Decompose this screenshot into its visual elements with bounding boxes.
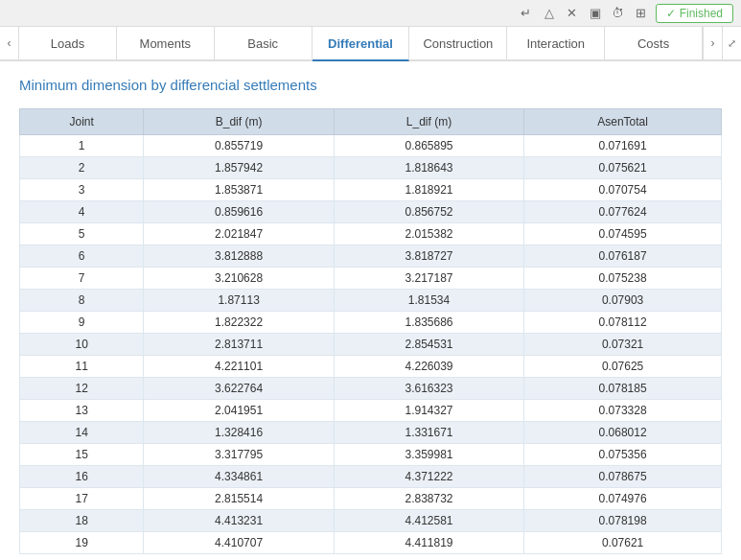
table-cell: 18 [20,510,144,532]
table-cell: 1.818643 [334,157,523,179]
table-row: 102.8137112.8545310.07321 [20,334,722,356]
col-ldif: L_dif (m) [334,109,523,135]
table-cell: 0.068012 [524,422,722,444]
table-cell: 1.331671 [334,422,523,444]
table-cell: 3.217187 [334,268,523,290]
table-cell: 0.07621 [524,532,722,554]
table-cell: 4.334861 [144,466,334,488]
table-cell: 14 [20,422,144,444]
table-cell: 4.413231 [144,510,334,532]
tab-bar: ‹ Loads Moments Basic Differential Const… [0,27,741,61]
table-cell: 9 [20,312,144,334]
table-cell: 1.87113 [144,290,334,312]
table-cell: 0.070754 [524,179,722,201]
table-cell: 0.078198 [524,510,722,532]
table-cell: 3.359981 [334,444,523,466]
table-cell: 0.855719 [144,135,334,157]
table-cell: 11 [20,356,144,378]
table-cell: 4.226039 [334,356,523,378]
table-cell: 3.812888 [144,245,334,268]
table-cell: 15 [20,444,144,466]
table-cell: 20 [20,554,144,555]
tab-scroll-left[interactable]: ‹ [0,26,19,60]
table-cell: 0.075238 [524,268,722,290]
table-cell: 3 [20,179,144,201]
table-row: 52.0218472.0153820.074595 [20,223,722,245]
table-cell: 8 [20,290,144,312]
table-cell: 1.328416 [144,422,334,444]
tab-differential[interactable]: Differential [313,27,410,61]
table-cell: 0.078185 [524,378,722,400]
enter-icon[interactable]: ↵ [518,5,535,22]
table-row: 40.8596160.8567520.077624 [20,201,722,223]
table-cell: 4.410707 [144,532,334,554]
main-content: Minimum dimension by differencial settle… [0,61,741,560]
table-cell: 0.073328 [524,400,722,422]
tab-costs[interactable]: Costs [605,26,703,60]
table-row: 21.8579421.8186430.075621 [20,157,722,179]
col-bdif: B_dif (m) [144,109,334,135]
table-cell: 3.622764 [144,378,334,400]
history-icon[interactable]: ⏱ [610,5,627,22]
warning-icon[interactable]: △ [541,5,558,22]
tab-basic[interactable]: Basic [215,26,313,60]
col-asentotal: AsenTotal [524,109,722,135]
save-icon[interactable]: ▣ [587,5,604,22]
table-row: 184.4132314.4125810.078198 [20,510,722,532]
col-joint: Joint [20,109,144,135]
table-cell: 3.210628 [144,268,334,290]
table-cell: 1.853871 [144,179,334,201]
data-table: Joint B_dif (m) L_dif (m) AsenTotal 10.8… [19,108,722,554]
table-cell: 2.646912 [334,554,523,555]
table-cell: 4 [20,201,144,223]
table-cell: 0.075356 [524,444,722,466]
table-cell: 5 [20,223,144,245]
table-cell: 1 [20,135,144,157]
table-cell: 0.073805 [524,554,722,555]
table-cell: 0.078112 [524,312,722,334]
table-cell: 12 [20,378,144,400]
table-row: 132.0419511.9143270.073328 [20,400,722,422]
table-cell: 0.071691 [524,135,722,157]
table-cell: 2.015382 [334,223,523,245]
finished-label: Finished [680,7,723,20]
table-cell: 10 [20,334,144,356]
tab-construction[interactable]: Construction [409,26,507,60]
table-row: 10.8557190.8658950.071691 [20,135,722,157]
tab-moments[interactable]: Moments [117,26,215,60]
close-icon[interactable]: ✕ [564,5,581,22]
table-header-row: Joint B_dif (m) L_dif (m) AsenTotal [20,109,722,135]
tab-loads[interactable]: Loads [19,26,117,60]
expand-icon[interactable]: ⤢ [722,26,741,60]
table-cell: 3.818727 [334,245,523,268]
table-row: 31.8538711.8189210.070754 [20,179,722,201]
table-row: 114.2211014.2260390.07625 [20,356,722,378]
table-row: 73.2106283.2171870.075238 [20,268,722,290]
grid-icon[interactable]: ⊞ [633,5,650,22]
table-cell: 0.075621 [524,157,722,179]
table-cell: 4.371222 [334,466,523,488]
table-row: 164.3348614.3712220.078675 [20,466,722,488]
table-container[interactable]: Joint B_dif (m) L_dif (m) AsenTotal 10.8… [19,108,722,554]
table-cell: 2.813711 [144,334,334,356]
toolbar: ↵ △ ✕ ▣ ⏱ ⊞ ✓ Finished [0,0,741,27]
table-row: 91.8223221.8356860.078112 [20,312,722,334]
table-cell: 7 [20,268,144,290]
table-cell: 1.822322 [144,312,334,334]
table-cell: 0.07625 [524,356,722,378]
table-row: 81.871131.815340.07903 [20,290,722,312]
table-row: 194.4107074.4118190.07621 [20,532,722,554]
check-icon: ✓ [666,7,676,20]
page-title: Minimum dimension by differencial settle… [19,77,722,93]
table-cell: 16 [20,466,144,488]
table-cell: 4.412581 [334,510,523,532]
tab-scroll-right[interactable]: › [703,26,722,60]
table-cell: 19 [20,532,144,554]
finished-button[interactable]: ✓ Finished [656,4,733,23]
table-cell: 1.914327 [334,400,523,422]
table-cell: 0.078675 [524,466,722,488]
table-cell: 1.818921 [334,179,523,201]
table-cell: 3.616323 [334,378,523,400]
tab-interaction[interactable]: Interaction [507,26,605,60]
table-cell: 2.815514 [144,488,334,510]
